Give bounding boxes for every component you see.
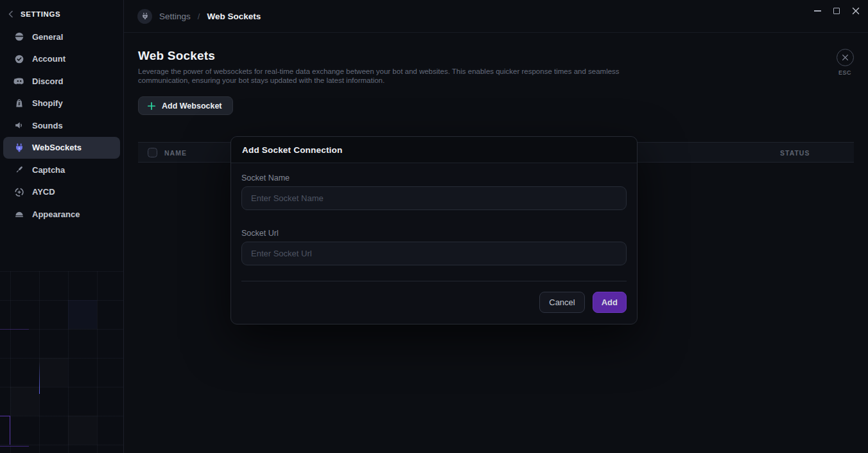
sidebar-item-label: Captcha (32, 165, 65, 175)
page-description: Leverage the power of websockets for rea… (138, 67, 629, 85)
sidebar-item-websockets[interactable]: WebSockets (3, 137, 120, 159)
add-button[interactable]: Add (593, 292, 627, 313)
page-title: Web Sockets (138, 49, 215, 63)
close-circle-icon (837, 49, 854, 66)
breadcrumb-current-page: Web Sockets (207, 12, 261, 21)
sidebar-item-account[interactable]: Account (3, 48, 120, 71)
sidebar-item-label: Sounds (32, 121, 63, 130)
minimize-icon[interactable] (810, 4, 824, 18)
sidebar-item-discord[interactable]: Discord (3, 70, 120, 93)
shopify-bag-icon (13, 98, 25, 109)
plus-icon (147, 102, 156, 111)
grid-accent-line (0, 446, 29, 447)
column-header-status: STATUS (780, 149, 810, 157)
maximize-icon[interactable] (829, 4, 844, 18)
cancel-button[interactable]: Cancel (539, 292, 584, 313)
socket-name-label: Socket Name (241, 173, 627, 182)
app-window: SETTINGS General Account Discord (0, 0, 868, 453)
chevron-left-icon[interactable] (6, 10, 15, 19)
esc-label: ESC (835, 69, 855, 76)
plug-icon (13, 142, 25, 154)
settings-nav: General Account Discord Shopify (0, 26, 123, 226)
grid-accent-corner (0, 416, 10, 445)
settings-sidebar: SETTINGS General Account Discord (0, 0, 124, 453)
add-socket-connection-modal: Add Socket Connection Socket Name Socket… (230, 136, 638, 324)
sidebar-item-appearance[interactable]: Appearance (3, 203, 120, 226)
window-controls (810, 4, 863, 18)
topbar: Settings / Web Sockets (124, 0, 868, 33)
sidebar-title: SETTINGS (21, 10, 60, 18)
plug-icon (137, 9, 152, 24)
breadcrumb-separator: / (198, 12, 200, 21)
sidebar-item-label: WebSockets (32, 143, 82, 152)
grid-accent-line (0, 329, 29, 330)
dome-icon (13, 208, 25, 220)
sidebar-header: SETTINGS (0, 0, 123, 25)
grid-accent-line (39, 362, 40, 394)
socket-url-label: Socket Url (241, 229, 627, 238)
speaker-icon (13, 120, 25, 131)
modal-header: Add Socket Connection (231, 137, 637, 163)
discord-icon (13, 75, 25, 87)
sidebar-item-label: Shopify (32, 98, 63, 108)
sidebar-item-label: Discord (32, 76, 63, 86)
sidebar-item-captcha[interactable]: Captcha (3, 159, 120, 181)
modal-divider (241, 281, 627, 281)
sidebar-item-aycd[interactable]: AYCD (3, 181, 120, 204)
breadcrumb-settings[interactable]: Settings (159, 12, 191, 21)
sidebar-item-label: Account (32, 54, 65, 64)
close-icon[interactable] (849, 4, 863, 18)
select-all-checkbox[interactable] (148, 148, 157, 157)
add-websocket-button[interactable]: Add Websocket (138, 96, 233, 115)
globe-icon (13, 31, 25, 42)
add-websocket-label: Add Websocket (162, 102, 222, 111)
disc-icon (13, 186, 25, 198)
check-circle-icon (13, 53, 25, 65)
column-header-name: NAME (164, 149, 187, 157)
socket-url-input[interactable] (241, 242, 627, 265)
sidebar-item-sounds[interactable]: Sounds (3, 114, 120, 137)
sidebar-item-label: General (32, 32, 63, 42)
modal-title: Add Socket Connection (242, 145, 342, 155)
sidebar-item-shopify[interactable]: Shopify (3, 93, 120, 115)
sidebar-item-label: Appearance (32, 209, 80, 219)
sidebar-item-general[interactable]: General (3, 26, 120, 48)
socket-name-input[interactable] (241, 186, 627, 210)
modal-footer: Cancel Add (241, 292, 627, 313)
sidebar-item-label: AYCD (32, 187, 55, 197)
modal-body: Socket Name Socket Url Cancel Add (231, 163, 637, 313)
brush-icon (13, 164, 25, 175)
decorative-grid (0, 271, 123, 453)
esc-button[interactable]: ESC (835, 49, 855, 76)
